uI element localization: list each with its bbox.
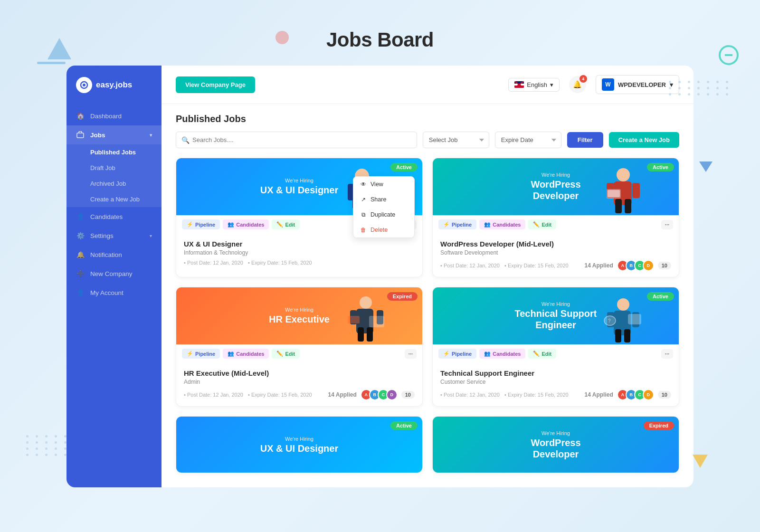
sidebar-item-notification[interactable]: 🔔 Notification <box>66 245 162 264</box>
view-company-btn[interactable]: View Company Page <box>176 76 255 93</box>
status-badge-5: Active <box>390 421 418 430</box>
edit-icon-3: ✏️ <box>276 351 283 357</box>
banner-hiring-4: We're Hiring <box>515 301 597 307</box>
job-card-body-2: WordPress Developer (Mid-Level) Software… <box>433 233 679 277</box>
settings-chevron: ▾ <box>150 233 152 238</box>
job-category-4: Customer Service <box>440 379 671 385</box>
sidebar-item-settings[interactable]: ⚙️ Settings ▾ <box>66 226 162 245</box>
job-dates-2: Post Date: 12 Jan, 2020 Expiry Date: 15 … <box>440 263 569 268</box>
toolbar: View Company Page English ▾ 🔔 4 W WPDEVE… <box>162 66 694 104</box>
pipeline-btn-4[interactable]: ⚡ Pipeline <box>438 349 476 359</box>
banner-text-5: We're Hiring UX & UI Designer <box>260 436 338 454</box>
view-icon: 👁 <box>360 181 367 188</box>
job-banner-3: We're Hiring HR Executive <box>176 287 422 344</box>
job-title-1: UX & UI Designer <box>184 240 415 248</box>
job-category-1: Information & Technology <box>184 249 415 256</box>
sub-nav-item-archived[interactable]: Archived Job <box>66 176 162 191</box>
edit-icon-4: ✏️ <box>533 351 540 357</box>
context-view[interactable]: 👁 View <box>353 177 414 192</box>
sub-nav-item-create[interactable]: Create a New Job <box>66 191 162 207</box>
banner-job-title-4: Technical SupportEngineer <box>515 308 597 331</box>
sub-nav-item-draft[interactable]: Draft Job <box>66 160 162 176</box>
edit-btn-2[interactable]: ✏️ Edit <box>528 219 556 229</box>
bg-dots <box>669 81 732 95</box>
sidebar-item-my-account[interactable]: 👤 My Account <box>66 283 162 302</box>
avatar: D <box>386 389 398 400</box>
expire-date-filter[interactable]: Expire Date <box>495 132 561 148</box>
job-card-2: We're Hiring WordPressDeveloper <box>432 158 679 277</box>
banner-text-6: We're Hiring WordPressDeveloper <box>531 430 580 460</box>
bg-triangle-yellow <box>693 455 708 468</box>
status-badge-4: Active <box>647 292 674 301</box>
svg-rect-18 <box>608 190 620 197</box>
create-new-job-btn[interactable]: Create a New Job <box>609 132 679 148</box>
main-layout: easy.jobs 🏠 Dashboard Jobs ▾ <box>66 66 694 487</box>
job-dates-3: Post Date: 12 Jan, 2020 Expiry Date: 15 … <box>184 392 312 398</box>
notification-button[interactable]: 🔔 4 <box>569 76 586 93</box>
status-badge-2: Active <box>647 163 674 171</box>
delete-icon: 🗑 <box>360 227 367 233</box>
search-input[interactable] <box>176 132 417 148</box>
logo-icon <box>76 77 92 93</box>
svg-rect-14 <box>632 183 640 198</box>
job-card-body-1: UX & UI Designer Information & Technolog… <box>176 233 422 271</box>
avatars-2: A B C D <box>617 260 654 271</box>
filter-bar: 🔍 Select Job Expire Date Filter Create a… <box>162 132 694 158</box>
job-title-3: HR Executive (Mid-Level) <box>184 369 415 377</box>
language-selector[interactable]: English ▾ <box>508 78 560 92</box>
more-btn-3[interactable]: ··· <box>405 349 417 359</box>
banner-hiring-3: We're Hiring <box>269 307 330 313</box>
section-title: Published Jobs <box>162 104 694 132</box>
job-applied-4: 14 Applied A B C D 10 <box>585 389 671 400</box>
status-badge-1: Active <box>390 163 418 171</box>
sidebar-item-new-company[interactable]: ➕ New Company <box>66 264 162 283</box>
job-card-3: We're Hiring HR Executive <box>176 287 423 407</box>
candidates-action-icon-4: 👥 <box>484 351 491 357</box>
context-share[interactable]: ↗ Share <box>353 192 414 207</box>
search-icon: 🔍 <box>181 136 190 144</box>
sidebar-item-jobs[interactable]: Jobs ▾ <box>66 125 162 144</box>
candidates-btn-3[interactable]: 👥 Candidates <box>223 349 269 359</box>
edit-btn-1[interactable]: ✏️ Edit <box>272 219 300 229</box>
job-banner-6: We're Hiring WordPressDeveloper Expired <box>433 417 679 473</box>
duplicate-icon: ⧉ <box>360 211 367 218</box>
pipeline-btn-2[interactable]: ⚡ Pipeline <box>438 219 476 229</box>
edit-icon: ✏️ <box>276 221 283 228</box>
sidebar-item-candidates[interactable]: 👤 Candidates <box>66 207 162 226</box>
banner-hiring-5: We're Hiring <box>260 436 338 442</box>
bg-dots-left <box>26 435 70 456</box>
context-delete[interactable]: 🗑 Delete <box>353 222 414 238</box>
company-selector[interactable]: W WPDEVELOPER ▾ <box>596 75 679 94</box>
banner-job-title-2: WordPressDeveloper <box>531 179 580 201</box>
job-banner-2: We're Hiring WordPressDeveloper <box>433 158 679 215</box>
filter-btn[interactable]: Filter <box>567 132 603 148</box>
candidates-btn-2[interactable]: 👥 Candidates <box>479 219 525 229</box>
jobs-chevron: ▾ <box>150 133 152 138</box>
job-meta-4: Post Date: 12 Jan, 2020 Expiry Date: 15 … <box>440 389 671 400</box>
edit-btn-4[interactable]: ✏️ Edit <box>528 349 556 359</box>
job-category-2: Software Development <box>440 249 671 256</box>
svg-point-11 <box>617 168 630 181</box>
status-badge-3: Expired <box>387 292 418 301</box>
select-job-filter[interactable]: Select Job <box>423 132 489 148</box>
job-card-actions-3: ⚡ Pipeline 👥 Candidates ✏️ Edit ··· <box>176 344 422 362</box>
edit-btn-3[interactable]: ✏️ Edit <box>272 349 300 359</box>
pipeline-btn-1[interactable]: ⚡ Pipeline <box>182 219 220 229</box>
candidates-btn-1[interactable]: 👥 Candidates <box>223 219 269 229</box>
candidates-btn-4[interactable]: 👥 Candidates <box>479 349 525 359</box>
more-btn-4[interactable]: ··· <box>661 349 673 359</box>
sidebar-item-dashboard[interactable]: 🏠 Dashboard <box>66 106 162 125</box>
bg-arrow-blue <box>699 162 712 172</box>
pipeline-btn-3[interactable]: ⚡ Pipeline <box>182 349 220 359</box>
bg-line-blue <box>37 62 66 64</box>
job-card-1: We're Hiring UX & UI Designer <box>176 158 423 277</box>
pipeline-icon-2: ⚡ <box>443 221 450 228</box>
sub-nav-item-published[interactable]: Published Jobs <box>66 144 162 160</box>
job-card-4: We're Hiring Technical SupportEngineer <box>432 287 679 407</box>
pipeline-icon: ⚡ <box>187 221 193 228</box>
job-banner-5: We're Hiring UX & UI Designer Active <box>176 417 422 473</box>
applied-text-3: 14 Applied <box>328 391 357 398</box>
banner-job-title-6: WordPressDeveloper <box>531 437 580 460</box>
more-btn-2[interactable]: ··· <box>661 220 673 229</box>
context-duplicate[interactable]: ⧉ Duplicate <box>353 207 414 222</box>
